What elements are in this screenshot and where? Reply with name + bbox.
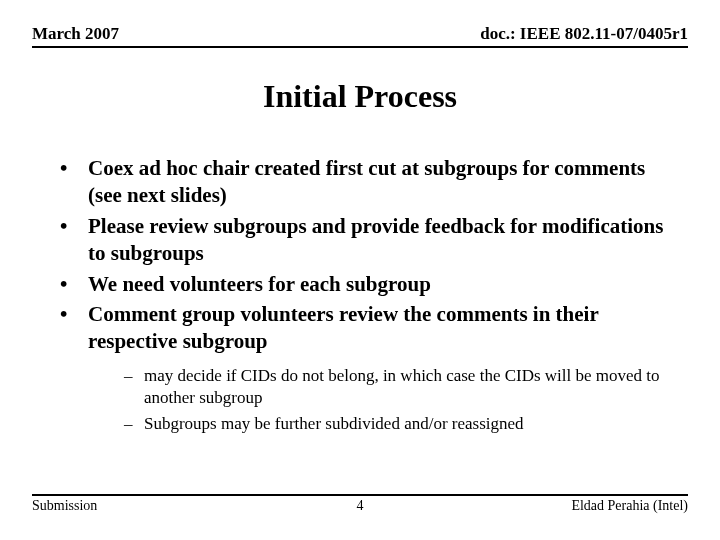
header-date: March 2007 xyxy=(32,24,119,44)
slide-content: Coex ad hoc chair created first cut at s… xyxy=(60,155,680,439)
bullet-item: Comment group volunteers review the comm… xyxy=(60,301,680,435)
bullet-item: Coex ad hoc chair created first cut at s… xyxy=(60,155,680,209)
slide-title: Initial Process xyxy=(0,78,720,115)
slide: March 2007 doc.: IEEE 802.11-07/0405r1 I… xyxy=(0,0,720,540)
bullet-item: Please review subgroups and provide feed… xyxy=(60,213,680,267)
header-doc-id: doc.: IEEE 802.11-07/0405r1 xyxy=(480,24,688,44)
sub-bullet-item: may decide if CIDs do not belong, in whi… xyxy=(124,365,680,409)
sub-bullet-item: Subgroups may be further subdivided and/… xyxy=(124,413,680,435)
bullet-text: Coex ad hoc chair created first cut at s… xyxy=(88,156,645,207)
slide-footer: Submission 4 Eldad Perahia (Intel) xyxy=(32,494,688,514)
bullet-text: Please review subgroups and provide feed… xyxy=(88,214,663,265)
slide-header: March 2007 doc.: IEEE 802.11-07/0405r1 xyxy=(32,24,688,48)
bullet-text: Comment group volunteers review the comm… xyxy=(88,302,598,353)
footer-author: Eldad Perahia (Intel) xyxy=(571,498,688,514)
sub-bullet-text: may decide if CIDs do not belong, in whi… xyxy=(144,366,660,407)
sub-bullet-text: Subgroups may be further subdivided and/… xyxy=(144,414,524,433)
footer-left: Submission xyxy=(32,498,97,514)
sub-bullet-list: may decide if CIDs do not belong, in whi… xyxy=(88,365,680,435)
bullet-item: We need volunteers for each subgroup xyxy=(60,271,680,298)
bullet-list: Coex ad hoc chair created first cut at s… xyxy=(60,155,680,435)
bullet-text: We need volunteers for each subgroup xyxy=(88,272,431,296)
